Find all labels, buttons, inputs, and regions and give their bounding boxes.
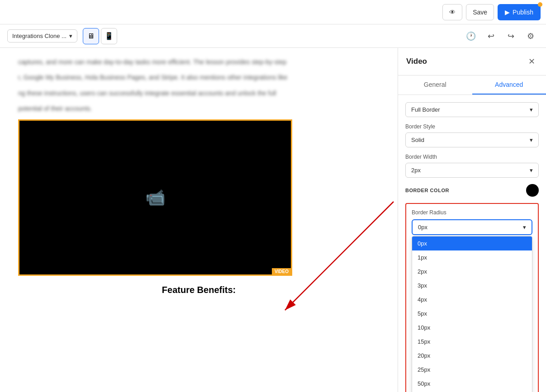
blurred-text-3: ng these instructions, users can success…: [18, 88, 380, 98]
main-layout: captures, and more can make day-to-day t…: [0, 48, 546, 392]
dropdown-item-25px[interactable]: 25px: [412, 363, 532, 377]
settings-sliders-button[interactable]: ⚙: [522, 28, 539, 44]
blurred-text-2: r, Google My Business, Hola Business Pag…: [18, 72, 380, 82]
border-style-select[interactable]: Solid ▾: [405, 132, 539, 147]
feature-benefits: Feature Benefits:: [18, 285, 380, 295]
border-radius-dropdown: 0px 1px 2px 3px 4px 5px 10px 15px 20px 2…: [412, 236, 532, 392]
panel-body: Full Border ▾ Border Style Solid ▾ Borde…: [398, 95, 546, 392]
border-style-field: Border Style Solid ▾: [405, 123, 539, 147]
preview-button[interactable]: 👁: [442, 4, 462, 20]
undo-button[interactable]: ↩: [483, 28, 499, 44]
outer-border-frame: 📹 VIDEO: [18, 119, 292, 276]
desktop-view-button[interactable]: 🖥: [83, 28, 99, 44]
dropdown-item-20px[interactable]: 20px: [412, 349, 532, 363]
publish-play-icon: ▶: [505, 9, 510, 16]
chevron-down-icon-4: ▾: [523, 224, 526, 231]
dropdown-item-15px[interactable]: 15px: [412, 335, 532, 349]
chevron-down-icon-3: ▾: [530, 167, 533, 174]
side-panel: Video ✕ General Advanced Full Border ▾ B…: [398, 48, 546, 392]
project-name: Integrations Clone ...: [12, 33, 66, 39]
dropdown-item-5px[interactable]: 5px: [412, 307, 532, 321]
blurred-text-1: captures, and more can make day-to-day t…: [18, 57, 380, 67]
history-icon-button[interactable]: 🕐: [463, 28, 479, 44]
canvas-content: captures, and more can make day-to-day t…: [0, 48, 398, 392]
redo-button[interactable]: ↪: [503, 28, 519, 44]
canvas-wrapper: captures, and more can make day-to-day t…: [0, 48, 398, 392]
border-color-swatch[interactable]: [526, 184, 539, 197]
publish-notification-dot: [538, 2, 542, 7]
border-style-label: Border Style: [405, 123, 539, 130]
border-width-select[interactable]: 2px ▾: [405, 163, 539, 178]
border-width-label: Border Width: [405, 154, 539, 160]
video-camera-icon: 📹: [145, 188, 166, 207]
dropdown-item-1px[interactable]: 1px: [412, 250, 532, 264]
tab-general[interactable]: General: [398, 76, 472, 94]
save-button[interactable]: Save: [466, 4, 494, 20]
border-width-value: 2px: [411, 167, 421, 174]
video-player[interactable]: 📹: [19, 121, 291, 274]
border-style-value: Solid: [411, 137, 424, 143]
dropdown-item-2px[interactable]: 2px: [412, 264, 532, 279]
dropdown-item-10px[interactable]: 10px: [412, 321, 532, 335]
dropdown-item-3px[interactable]: 3px: [412, 279, 532, 293]
border-color-row: BORDER COLOR: [405, 184, 539, 197]
dropdown-item-0px[interactable]: 0px: [412, 236, 532, 250]
tablet-view-button[interactable]: 📱: [101, 28, 117, 44]
tab-advanced[interactable]: Advanced: [472, 76, 546, 94]
project-selector[interactable]: Integrations Clone ... ▾: [7, 29, 77, 43]
panel-tabs: General Advanced: [398, 76, 546, 95]
device-buttons: 🖥 📱: [83, 28, 117, 44]
top-toolbar: 👁 Save ▶ Publish: [0, 0, 546, 24]
video-section: 📹 VIDEO: [19, 120, 292, 275]
eye-icon: 👁: [449, 9, 456, 16]
canvas-area: captures, and more can make day-to-day t…: [0, 48, 398, 392]
blurred-text-4: potential of their accounts.: [18, 104, 380, 113]
border-width-field: Border Width 2px ▾: [405, 154, 539, 178]
border-type-value: Full Border: [411, 106, 440, 113]
border-color-label: BORDER COLOR: [405, 188, 449, 193]
panel-title: Video: [406, 57, 427, 66]
dropdown-item-4px[interactable]: 4px: [412, 293, 532, 307]
border-radius-section: Border Radius 0px ▾ 0px 1px 2px 3px 4px …: [405, 203, 539, 392]
video-label: VIDEO: [272, 268, 291, 275]
dropdown-item-50px[interactable]: 50px: [412, 377, 532, 391]
publish-label: Publish: [513, 9, 533, 16]
chevron-down-icon: ▾: [530, 106, 533, 113]
border-radius-value: 0px: [418, 224, 427, 231]
second-toolbar: Integrations Clone ... ▾ 🖥 📱 🕐 ↩ ↪ ⚙: [0, 24, 546, 48]
panel-close-button[interactable]: ✕: [525, 55, 538, 68]
chevron-down-icon-2: ▾: [530, 137, 533, 143]
border-type-select[interactable]: Full Border ▾: [405, 102, 539, 117]
chevron-down-icon: ▾: [69, 33, 72, 39]
border-radius-label: Border Radius: [412, 209, 532, 216]
panel-header: Video ✕: [398, 48, 546, 76]
toolbar-right-icons: 🕐 ↩ ↪ ⚙: [463, 28, 539, 44]
border-type-field: Full Border ▾: [405, 102, 539, 117]
border-radius-select[interactable]: 0px ▾: [412, 219, 532, 235]
publish-button[interactable]: ▶ Publish: [498, 4, 541, 20]
